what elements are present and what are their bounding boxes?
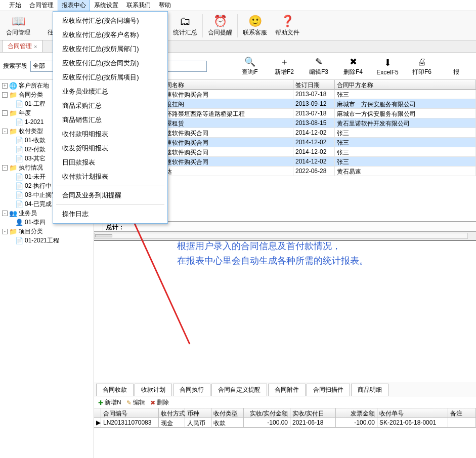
toolbar-btn-8[interactable]: ❓帮助文件	[271, 13, 304, 39]
search-field-label: 搜索字段	[3, 62, 27, 70]
menu-item-4[interactable]: 应收应付汇总(按所属项目)	[53, 70, 167, 85]
toolbar-btn-0[interactable]: 📖合同管理	[2, 13, 34, 39]
toolbar-icon: ⏰	[212, 14, 228, 28]
tree-node-label: 执行情况	[19, 163, 43, 172]
menu-0[interactable]: 开始	[5, 0, 25, 11]
action-icon: 🔍	[244, 56, 255, 68]
tree-node-17[interactable]: 📄01-2021工程	[1, 236, 93, 245]
plus-icon: ✚	[98, 399, 103, 406]
menu-4[interactable]: 联系我们	[122, 0, 155, 11]
detail-header-cell[interactable]: 合同编号	[101, 408, 159, 418]
tree-node-label: 收付类型	[19, 127, 43, 136]
tree-expander-icon[interactable]: -	[2, 129, 8, 134]
detail-grid-row[interactable]: ▶LN201311070083现金人民币收款-100.002021-06-18-…	[94, 418, 476, 428]
tree-node-icon: 📄	[15, 200, 23, 208]
menu-item-7[interactable]: 商品销售汇总	[53, 113, 167, 127]
action-btn-3[interactable]: ✖删除F4	[336, 55, 370, 78]
action-btn-1[interactable]: ＋新增F2	[268, 55, 301, 78]
detail-tab-3[interactable]: 合同自定义提醒	[211, 384, 267, 396]
menu-item-10[interactable]: 日回款报表	[53, 155, 167, 170]
detail-grid[interactable]: 合同编号收付方式币种收付类型实收/实付金额实收/实付日发票金额收付单号备注▶LN…	[94, 408, 476, 428]
toolbar-btn-5[interactable]: 🗂统计汇总	[169, 13, 201, 39]
tree-node-icon: 📄	[15, 173, 23, 181]
detail-tab-5[interactable]: 合同扫描件	[307, 384, 350, 396]
detail-toolbar: ✚ 新增N ✎ 编辑 ✖ 删除	[94, 397, 476, 408]
menu-item-11[interactable]: 收付款计划报表	[53, 170, 167, 184]
detail-header-cell[interactable]	[94, 408, 101, 418]
report-center-menu: 应收应付汇总(按合同编号)应收应付汇总(按客户名称)应收应付汇总(按所属部门)应…	[53, 11, 168, 224]
detail-delete-button[interactable]: ✖ 删除	[150, 398, 169, 407]
tree-node-icon: 📄	[15, 100, 23, 108]
grid-header-cell[interactable]: 签订日期	[293, 80, 335, 90]
tree-node-icon: 📄	[15, 182, 23, 190]
tree-expander-icon[interactable]: -	[2, 165, 8, 171]
tree-node-label: 合同分类	[19, 91, 43, 99]
action-btn-0[interactable]: 🔍查询F	[233, 55, 267, 78]
grid-header-cell[interactable]: 合同名称	[158, 80, 293, 90]
menu-item-15[interactable]: 操作日志	[53, 207, 167, 221]
action-btn-2[interactable]: ✎编辑F3	[302, 55, 335, 78]
tree-node-icon: 📄	[15, 137, 23, 144]
tab-label: 合同管理	[8, 42, 32, 51]
detail-tab-1[interactable]: 收款计划	[135, 384, 172, 396]
search-field-value: 全部	[33, 62, 45, 70]
tree-expander-icon[interactable]: -	[2, 110, 8, 116]
tree-node-label: 01-2021工程	[25, 236, 59, 245]
detail-header-cell[interactable]: 收付方式	[159, 408, 185, 418]
tree-node-icon: 📄	[15, 146, 23, 153]
detail-tab-0[interactable]: 合同收款	[96, 384, 134, 396]
tree-expander-icon[interactable]: -	[2, 92, 8, 98]
menu-item-8[interactable]: 收付款明细报表	[53, 127, 167, 141]
action-icon: ＋	[280, 56, 289, 68]
tree-node-label: 项目分类	[19, 227, 43, 236]
tree-expander-icon[interactable]: -	[2, 229, 8, 234]
detail-header-cell[interactable]: 收付单号	[377, 408, 448, 418]
tree-node-icon: 📁	[9, 109, 17, 117]
menu-item-3[interactable]: 应收应付汇总(按合同类别)	[53, 56, 167, 70]
action-btn-5[interactable]: 🖨打印F6	[405, 55, 439, 78]
tree-node-icon: 📄	[15, 118, 23, 126]
menu-1[interactable]: 合同管理	[25, 0, 58, 11]
action-btn-4[interactable]: ⬇ExcelF5	[371, 55, 404, 78]
tree-node-16[interactable]: -📁项目分类	[1, 227, 93, 236]
grid-header-cell[interactable]: 合同甲方名称	[335, 80, 476, 90]
detail-header-cell[interactable]: 实收/实付金额	[244, 408, 290, 418]
menu-3[interactable]: 系统设置	[90, 0, 122, 11]
detail-tab-2[interactable]: 合同执行	[173, 384, 210, 396]
menu-item-5[interactable]: 业务员业绩汇总	[53, 85, 167, 99]
menu-2[interactable]: 报表中心	[58, 0, 90, 11]
toolbar-btn-6[interactable]: ⏰合同提醒	[204, 13, 236, 39]
toolbar-icon: 📖	[10, 14, 26, 28]
detail-header-cell[interactable]: 备注	[448, 408, 476, 418]
detail-header-cell[interactable]: 发票金额	[336, 408, 377, 418]
detail-edit-button[interactable]: ✎ 编辑	[126, 398, 145, 407]
close-icon[interactable]: ×	[34, 44, 37, 50]
menu-5[interactable]: 帮助	[155, 0, 175, 11]
detail-header-cell[interactable]: 收付类型	[211, 408, 244, 418]
tree-expander-icon[interactable]: +	[2, 83, 8, 89]
toolbar-btn-7[interactable]: 🙂联系客服	[239, 13, 271, 39]
horizontal-scrollbar[interactable]	[94, 232, 476, 241]
detail-tabs: 合同收款收款计划合同执行合同自定义提醒合同附件合同扫描件商品明细	[94, 382, 476, 397]
toolbar-icon: ❓	[279, 14, 295, 28]
detail-header-cell[interactable]: 币种	[185, 408, 211, 418]
toolbar-icon: 🙂	[247, 14, 263, 28]
detail-tab-4[interactable]: 合同附件	[268, 384, 306, 396]
tree-expander-icon[interactable]: -	[2, 211, 8, 216]
tab-contract-mgmt[interactable]: 合同管理 ×	[2, 40, 42, 52]
tree-node-label: 业务员	[19, 209, 37, 218]
action-btn-6[interactable]: 报	[440, 55, 473, 78]
tree-node-label: 02-付款	[25, 145, 46, 154]
tree-node-label: 01-收款	[25, 136, 46, 145]
menu-item-13[interactable]: 合同及业务到期提醒	[53, 188, 167, 202]
detail-tab-6[interactable]: 商品明细	[351, 384, 388, 396]
pencil-icon: ✎	[126, 399, 132, 406]
scrollbar-thumb[interactable]	[95, 234, 112, 237]
menu-item-1[interactable]: 应收应付汇总(按客户名称)	[53, 28, 167, 42]
menu-item-9[interactable]: 收发货明细报表	[53, 141, 167, 155]
menu-item-0[interactable]: 应收应付汇总(按合同编号)	[53, 14, 167, 28]
detail-header-cell[interactable]: 实收/实付日	[290, 408, 336, 418]
detail-add-button[interactable]: ✚ 新增N	[98, 398, 121, 407]
menu-item-6[interactable]: 商品采购汇总	[53, 99, 167, 113]
menu-item-2[interactable]: 应收应付汇总(按所属部门)	[53, 42, 167, 56]
